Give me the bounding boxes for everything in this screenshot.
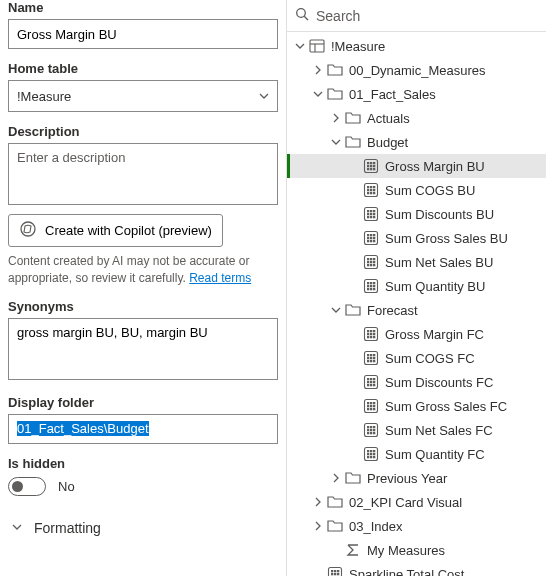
is-hidden-state: No xyxy=(58,479,75,494)
measure-icon xyxy=(363,182,379,198)
tree-item[interactable]: Sum Gross Sales BU xyxy=(287,226,546,250)
fields-tree: !Measure00_Dynamic_Measures01_Fact_Sales… xyxy=(287,32,546,576)
tree-item-label: 00_Dynamic_Measures xyxy=(349,63,486,78)
tree-item-label: Sum Gross Sales FC xyxy=(385,399,507,414)
measure-icon xyxy=(363,278,379,294)
formatting-label: Formatting xyxy=(34,520,101,536)
synonyms-label: Synonyms xyxy=(8,299,278,314)
tree-item-label: Sum Quantity BU xyxy=(385,279,485,294)
chevron-down-icon[interactable] xyxy=(329,137,343,147)
tree-item-label: 03_Index xyxy=(349,519,403,534)
tree-item[interactable]: Sum Discounts FC xyxy=(287,370,546,394)
tree-item[interactable]: Sum Gross Sales FC xyxy=(287,394,546,418)
tree-item[interactable]: 01_Fact_Sales xyxy=(287,82,546,106)
fields-pane: !Measure00_Dynamic_Measures01_Fact_Sales… xyxy=(287,0,546,576)
tree-item-label: Sum Net Sales FC xyxy=(385,423,493,438)
chevron-down-icon xyxy=(12,522,24,534)
measure-icon xyxy=(363,158,379,174)
measure-icon xyxy=(363,374,379,390)
tree-item[interactable]: Sum Net Sales BU xyxy=(287,250,546,274)
search-bar xyxy=(287,0,546,32)
measure-icon xyxy=(363,230,379,246)
tree-item[interactable]: Sum Quantity BU xyxy=(287,274,546,298)
name-input[interactable] xyxy=(8,19,278,49)
tree-item-label: 01_Fact_Sales xyxy=(349,87,436,102)
measure-icon xyxy=(363,326,379,342)
folder-icon xyxy=(345,302,361,318)
measure-icon xyxy=(363,398,379,414)
tree-item[interactable]: Gross Margin BU xyxy=(287,154,546,178)
chevron-right-icon[interactable] xyxy=(311,65,325,75)
measure-icon xyxy=(363,446,379,462)
measure-icon xyxy=(363,350,379,366)
search-input[interactable] xyxy=(316,8,538,24)
tree-item-label: Sum Gross Sales BU xyxy=(385,231,508,246)
tree-item-label: Gross Margin BU xyxy=(385,159,485,174)
table-icon xyxy=(309,38,325,54)
tree-item-label: My Measures xyxy=(367,543,445,558)
copilot-label: Create with Copilot (preview) xyxy=(45,223,212,238)
description-label: Description xyxy=(8,124,278,139)
folder-icon xyxy=(327,86,343,102)
tree-item-label: Budget xyxy=(367,135,408,150)
synonyms-input[interactable]: gross margin BU, BU, margin BU xyxy=(8,318,278,380)
display-folder-value: 01_Fact_Sales\Budget xyxy=(17,421,149,436)
folder-icon xyxy=(345,470,361,486)
measure-icon xyxy=(363,422,379,438)
chevron-down-icon[interactable] xyxy=(329,305,343,315)
folder-icon xyxy=(327,62,343,78)
tree-item[interactable]: 03_Index xyxy=(287,514,546,538)
tree-item-label: Forecast xyxy=(367,303,418,318)
formatting-section[interactable]: Formatting xyxy=(8,510,278,546)
home-table-dropdown[interactable]: !Measure xyxy=(8,80,278,112)
home-table-label: Home table xyxy=(8,61,278,76)
measure-icon xyxy=(327,566,343,576)
display-folder-input[interactable]: 01_Fact_Sales\Budget xyxy=(8,414,278,444)
read-terms-link[interactable]: Read terms xyxy=(189,271,251,285)
tree-item-label: Sum COGS FC xyxy=(385,351,475,366)
tree-item[interactable]: Forecast xyxy=(287,298,546,322)
chevron-right-icon[interactable] xyxy=(329,113,343,123)
home-table-value: !Measure xyxy=(17,89,259,104)
description-input[interactable] xyxy=(8,143,278,205)
tree-item[interactable]: 00_Dynamic_Measures xyxy=(287,58,546,82)
chevron-down-icon[interactable] xyxy=(293,41,307,51)
chevron-down-icon xyxy=(259,91,269,101)
chevron-right-icon[interactable] xyxy=(311,497,325,507)
tree-item-label: Sum Discounts FC xyxy=(385,375,493,390)
tree-item[interactable]: Previous Year xyxy=(287,466,546,490)
tree-item[interactable]: Sum COGS BU xyxy=(287,178,546,202)
tree-item-label: Sum Discounts BU xyxy=(385,207,494,222)
tree-item-label: Sum COGS BU xyxy=(385,183,475,198)
folder-icon xyxy=(327,518,343,534)
display-folder-label: Display folder xyxy=(8,395,278,410)
tree-item-label: Actuals xyxy=(367,111,410,126)
name-label: Name xyxy=(8,0,278,15)
tree-item[interactable]: Gross Margin FC xyxy=(287,322,546,346)
chevron-right-icon[interactable] xyxy=(311,521,325,531)
measure-icon xyxy=(363,254,379,270)
is-hidden-toggle[interactable] xyxy=(8,477,46,496)
folder-icon xyxy=(345,134,361,150)
tree-item[interactable]: 02_KPI Card Visual xyxy=(287,490,546,514)
tree-item[interactable]: Sum COGS FC xyxy=(287,346,546,370)
tree-item[interactable]: Actuals xyxy=(287,106,546,130)
tree-item[interactable]: !Measure xyxy=(287,34,546,58)
tree-item-label: Gross Margin FC xyxy=(385,327,484,342)
chevron-right-icon[interactable] xyxy=(329,473,343,483)
tree-item-label: 02_KPI Card Visual xyxy=(349,495,462,510)
tree-item-label: Previous Year xyxy=(367,471,447,486)
tree-item-label: !Measure xyxy=(331,39,385,54)
folder-icon xyxy=(327,494,343,510)
copilot-button[interactable]: Create with Copilot (preview) xyxy=(8,214,223,247)
tree-item[interactable]: Sum Net Sales FC xyxy=(287,418,546,442)
tree-item[interactable]: Sparkline Total Cost xyxy=(287,562,546,576)
chevron-down-icon[interactable] xyxy=(311,89,325,99)
tree-item-label: Sum Net Sales BU xyxy=(385,255,493,270)
tree-item[interactable]: Budget xyxy=(287,130,546,154)
sigma-icon xyxy=(345,542,361,558)
tree-item[interactable]: My Measures xyxy=(287,538,546,562)
tree-item-label: Sparkline Total Cost xyxy=(349,567,464,577)
tree-item[interactable]: Sum Quantity FC xyxy=(287,442,546,466)
tree-item[interactable]: Sum Discounts BU xyxy=(287,202,546,226)
